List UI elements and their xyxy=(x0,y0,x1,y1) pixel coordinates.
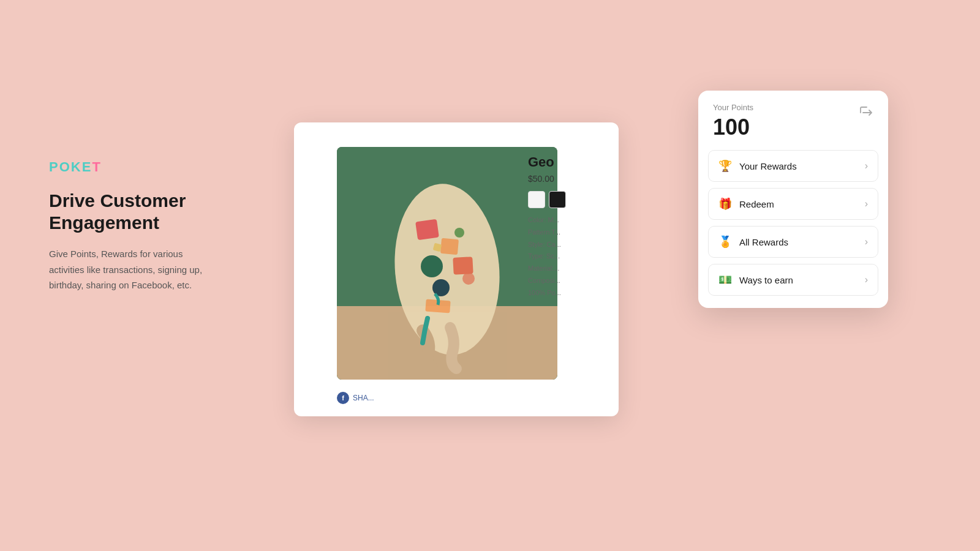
share-row[interactable]: f SHA... xyxy=(337,392,374,404)
earn-icon: 💵 xyxy=(718,273,732,287)
product-name: Geo xyxy=(528,154,611,170)
product-meta: Color: M... Pattern T... Style: Ca... Ty… xyxy=(528,214,611,299)
svg-point-5 xyxy=(421,255,443,277)
logo-t: T xyxy=(92,159,101,174)
medal-icon: 🏅 xyxy=(718,235,732,249)
ecommerce-mockup: Geo $50.00 Color: M... Pattern T... Styl… xyxy=(294,122,619,416)
chevron-right-icon: › xyxy=(865,198,868,209)
your-rewards-label: Your Rewards xyxy=(739,161,797,171)
widget-header: Your Points 100 xyxy=(698,91,888,150)
product-details: Geo $50.00 Color: M... Pattern T... Styl… xyxy=(521,147,619,307)
left-content: POKET Drive Customer Engagement Give Poi… xyxy=(49,159,221,293)
widget-menu: 🏆 Your Rewards › 🎁 Redeem › 🏅 All Reward… xyxy=(698,150,888,308)
svg-rect-6 xyxy=(453,257,473,275)
all-rewards-label: All Rewards xyxy=(739,237,788,247)
svg-point-9 xyxy=(454,228,464,238)
rewards-widget: Your Points 100 🏆 Your Rewards › 🎁 Redee… xyxy=(698,91,888,308)
exit-icon[interactable] xyxy=(859,105,873,123)
ways-to-earn-label: Ways to earn xyxy=(739,275,793,285)
logo-pok: POK xyxy=(49,159,82,174)
svg-rect-4 xyxy=(440,238,459,255)
points-section: Your Points 100 xyxy=(713,103,753,140)
points-label: Your Points xyxy=(713,103,753,112)
swatch-white[interactable] xyxy=(528,191,545,208)
headline: Drive Customer Engagement xyxy=(49,190,221,234)
trophy-icon: 🏆 xyxy=(718,159,732,173)
color-swatches xyxy=(528,191,611,208)
svg-rect-3 xyxy=(415,219,439,241)
description: Give Points, Rewards for various activit… xyxy=(49,246,221,293)
menu-item-your-rewards[interactable]: 🏆 Your Rewards › xyxy=(708,150,878,182)
menu-item-redeem[interactable]: 🎁 Redeem › xyxy=(708,188,878,220)
facebook-icon: f xyxy=(337,392,349,404)
logo: POKET xyxy=(49,159,221,175)
points-value: 100 xyxy=(713,114,753,140)
gift-icon: 🎁 xyxy=(718,197,732,211)
svg-point-11 xyxy=(462,272,475,285)
logo-e: E xyxy=(82,159,92,174)
chevron-right-icon: › xyxy=(865,160,868,171)
menu-item-all-rewards[interactable]: 🏅 All Rewards › xyxy=(708,226,878,258)
redeem-label: Redeem xyxy=(739,199,774,209)
chevron-right-icon: › xyxy=(865,274,868,285)
swatch-black[interactable] xyxy=(549,191,566,208)
product-price: $50.00 xyxy=(528,174,611,184)
chevron-right-icon: › xyxy=(865,236,868,247)
menu-item-ways-to-earn[interactable]: 💵 Ways to earn › xyxy=(708,264,878,296)
share-label: SHA... xyxy=(353,394,374,402)
